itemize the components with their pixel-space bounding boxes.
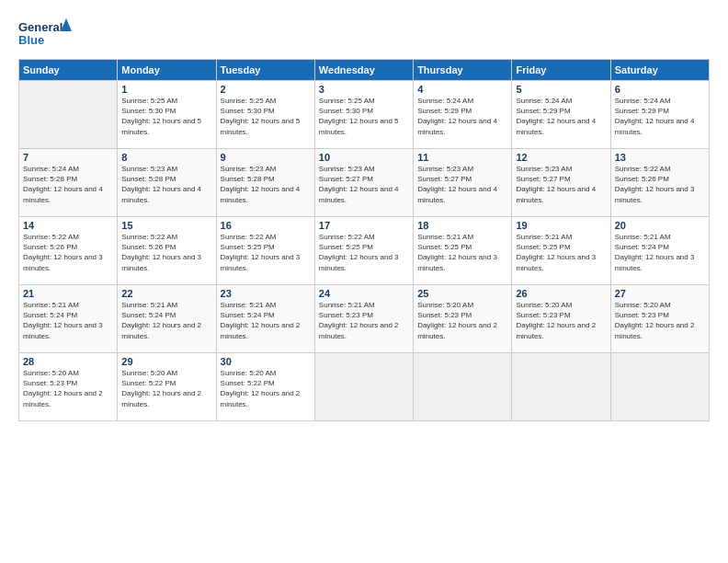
- calendar-cell: [610, 353, 709, 421]
- day-number: 17: [319, 220, 409, 231]
- day-number: 27: [615, 288, 705, 299]
- week-row-1: 1Sunrise: 5:25 AMSunset: 5:30 PMDaylight…: [19, 81, 710, 149]
- calendar-cell: 21Sunrise: 5:21 AMSunset: 5:24 PMDayligh…: [19, 285, 118, 353]
- day-info: Sunrise: 5:23 AMSunset: 5:28 PMDaylight:…: [121, 164, 211, 205]
- day-number: 13: [615, 152, 705, 163]
- day-number: 24: [319, 288, 409, 299]
- day-number: 30: [221, 356, 311, 367]
- day-info: Sunrise: 5:20 AMSunset: 5:23 PMDaylight:…: [23, 368, 113, 409]
- day-number: 5: [516, 84, 606, 95]
- day-info: Sunrise: 5:22 AMSunset: 5:26 PMDaylight:…: [23, 232, 113, 273]
- svg-text:General: General: [18, 20, 63, 34]
- calendar-cell: [19, 81, 118, 149]
- day-number: 29: [121, 356, 211, 367]
- day-number: 12: [516, 152, 606, 163]
- weekday-header-friday: Friday: [512, 60, 610, 81]
- day-info: Sunrise: 5:20 AMSunset: 5:23 PMDaylight:…: [417, 300, 507, 341]
- day-number: 9: [221, 152, 311, 163]
- calendar-cell: 15Sunrise: 5:22 AMSunset: 5:26 PMDayligh…: [118, 217, 216, 285]
- header: General Blue: [18, 17, 710, 50]
- calendar-cell: 19Sunrise: 5:21 AMSunset: 5:25 PMDayligh…: [512, 217, 610, 285]
- calendar-cell: 30Sunrise: 5:20 AMSunset: 5:22 PMDayligh…: [216, 353, 314, 421]
- day-number: 15: [121, 220, 211, 231]
- day-info: Sunrise: 5:21 AMSunset: 5:24 PMDaylight:…: [121, 300, 211, 341]
- logo: General Blue: [18, 17, 74, 50]
- day-info: Sunrise: 5:22 AMSunset: 5:26 PMDaylight:…: [121, 232, 211, 273]
- calendar-cell: 8Sunrise: 5:23 AMSunset: 5:28 PMDaylight…: [118, 149, 216, 217]
- calendar-cell: 29Sunrise: 5:20 AMSunset: 5:22 PMDayligh…: [118, 353, 216, 421]
- day-info: Sunrise: 5:22 AMSunset: 5:25 PMDaylight:…: [319, 232, 409, 273]
- day-number: 3: [319, 84, 409, 95]
- calendar-cell: 24Sunrise: 5:21 AMSunset: 5:23 PMDayligh…: [314, 285, 413, 353]
- day-number: 10: [319, 152, 409, 163]
- day-info: Sunrise: 5:24 AMSunset: 5:29 PMDaylight:…: [417, 96, 507, 137]
- day-number: 25: [417, 288, 507, 299]
- calendar-cell: 26Sunrise: 5:20 AMSunset: 5:23 PMDayligh…: [512, 285, 610, 353]
- week-row-3: 14Sunrise: 5:22 AMSunset: 5:26 PMDayligh…: [19, 217, 710, 285]
- day-info: Sunrise: 5:20 AMSunset: 5:22 PMDaylight:…: [221, 368, 311, 409]
- calendar-cell: 20Sunrise: 5:21 AMSunset: 5:24 PMDayligh…: [610, 217, 709, 285]
- day-info: Sunrise: 5:23 AMSunset: 5:27 PMDaylight:…: [417, 164, 507, 205]
- calendar-cell: [314, 353, 413, 421]
- calendar-cell: 2Sunrise: 5:25 AMSunset: 5:30 PMDaylight…: [216, 81, 314, 149]
- week-row-4: 21Sunrise: 5:21 AMSunset: 5:24 PMDayligh…: [19, 285, 710, 353]
- calendar-cell: [414, 353, 512, 421]
- calendar-page: General Blue SundayMondayTuesdayWednesda…: [0, 0, 728, 563]
- calendar-cell: 27Sunrise: 5:20 AMSunset: 5:23 PMDayligh…: [610, 285, 709, 353]
- day-number: 16: [221, 220, 311, 231]
- day-info: Sunrise: 5:25 AMSunset: 5:30 PMDaylight:…: [319, 96, 409, 137]
- day-info: Sunrise: 5:24 AMSunset: 5:28 PMDaylight:…: [23, 164, 113, 205]
- day-number: 1: [121, 84, 211, 95]
- day-info: Sunrise: 5:21 AMSunset: 5:24 PMDaylight:…: [221, 300, 311, 341]
- weekday-header-saturday: Saturday: [610, 60, 709, 81]
- day-info: Sunrise: 5:22 AMSunset: 5:25 PMDaylight:…: [221, 232, 311, 273]
- calendar-table: SundayMondayTuesdayWednesdayThursdayFrid…: [18, 59, 710, 421]
- day-number: 20: [615, 220, 705, 231]
- day-info: Sunrise: 5:22 AMSunset: 5:26 PMDaylight:…: [615, 164, 705, 205]
- day-number: 8: [121, 152, 211, 163]
- calendar-cell: 14Sunrise: 5:22 AMSunset: 5:26 PMDayligh…: [19, 217, 118, 285]
- calendar-cell: 1Sunrise: 5:25 AMSunset: 5:30 PMDaylight…: [118, 81, 216, 149]
- day-number: 7: [23, 152, 113, 163]
- day-number: 22: [121, 288, 211, 299]
- day-number: 4: [417, 84, 507, 95]
- day-number: 14: [23, 220, 113, 231]
- calendar-cell: 10Sunrise: 5:23 AMSunset: 5:27 PMDayligh…: [314, 149, 413, 217]
- week-row-5: 28Sunrise: 5:20 AMSunset: 5:23 PMDayligh…: [19, 353, 710, 421]
- calendar-cell: 28Sunrise: 5:20 AMSunset: 5:23 PMDayligh…: [19, 353, 118, 421]
- calendar-cell: 6Sunrise: 5:24 AMSunset: 5:29 PMDaylight…: [610, 81, 709, 149]
- calendar-cell: 3Sunrise: 5:25 AMSunset: 5:30 PMDaylight…: [314, 81, 413, 149]
- day-info: Sunrise: 5:21 AMSunset: 5:25 PMDaylight:…: [417, 232, 507, 273]
- weekday-header-sunday: Sunday: [19, 60, 118, 81]
- weekday-header-thursday: Thursday: [414, 60, 512, 81]
- day-info: Sunrise: 5:23 AMSunset: 5:28 PMDaylight:…: [221, 164, 311, 205]
- day-info: Sunrise: 5:24 AMSunset: 5:29 PMDaylight:…: [516, 96, 606, 137]
- calendar-cell: 13Sunrise: 5:22 AMSunset: 5:26 PMDayligh…: [610, 149, 709, 217]
- day-info: Sunrise: 5:25 AMSunset: 5:30 PMDaylight:…: [121, 96, 211, 137]
- calendar-cell: 11Sunrise: 5:23 AMSunset: 5:27 PMDayligh…: [414, 149, 512, 217]
- day-info: Sunrise: 5:20 AMSunset: 5:23 PMDaylight:…: [516, 300, 606, 341]
- calendar-cell: 18Sunrise: 5:21 AMSunset: 5:25 PMDayligh…: [414, 217, 512, 285]
- calendar-cell: 7Sunrise: 5:24 AMSunset: 5:28 PMDaylight…: [19, 149, 118, 217]
- day-info: Sunrise: 5:23 AMSunset: 5:27 PMDaylight:…: [516, 164, 606, 205]
- weekday-header-monday: Monday: [118, 60, 216, 81]
- day-info: Sunrise: 5:21 AMSunset: 5:23 PMDaylight:…: [319, 300, 409, 341]
- weekday-header-wednesday: Wednesday: [314, 60, 413, 81]
- day-number: 11: [417, 152, 507, 163]
- weekday-header-tuesday: Tuesday: [216, 60, 314, 81]
- day-info: Sunrise: 5:21 AMSunset: 5:25 PMDaylight:…: [516, 232, 606, 273]
- day-number: 6: [615, 84, 705, 95]
- svg-text:Blue: Blue: [18, 33, 44, 47]
- calendar-cell: 5Sunrise: 5:24 AMSunset: 5:29 PMDaylight…: [512, 81, 610, 149]
- day-number: 21: [23, 288, 113, 299]
- day-number: 18: [417, 220, 507, 231]
- calendar-cell: 9Sunrise: 5:23 AMSunset: 5:28 PMDaylight…: [216, 149, 314, 217]
- day-number: 2: [221, 84, 311, 95]
- week-row-2: 7Sunrise: 5:24 AMSunset: 5:28 PMDaylight…: [19, 149, 710, 217]
- day-info: Sunrise: 5:21 AMSunset: 5:24 PMDaylight:…: [23, 300, 113, 341]
- calendar-cell: 12Sunrise: 5:23 AMSunset: 5:27 PMDayligh…: [512, 149, 610, 217]
- day-info: Sunrise: 5:24 AMSunset: 5:29 PMDaylight:…: [615, 96, 705, 137]
- day-number: 19: [516, 220, 606, 231]
- calendar-cell: 4Sunrise: 5:24 AMSunset: 5:29 PMDaylight…: [414, 81, 512, 149]
- weekday-header-row: SundayMondayTuesdayWednesdayThursdayFrid…: [19, 60, 710, 81]
